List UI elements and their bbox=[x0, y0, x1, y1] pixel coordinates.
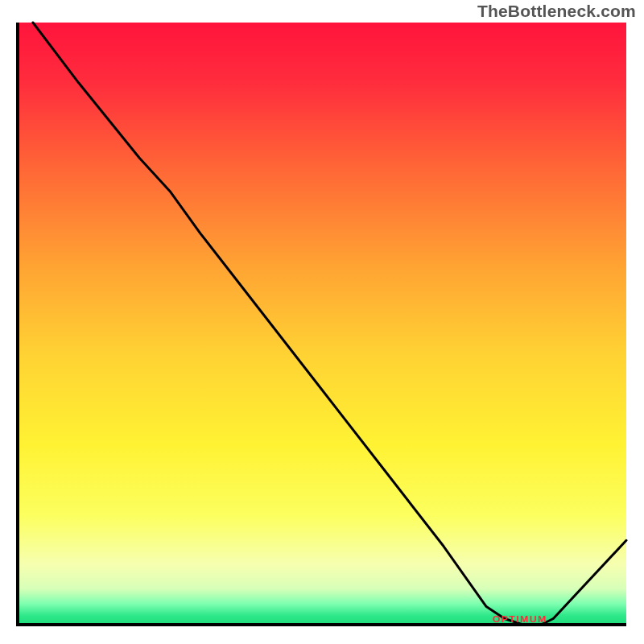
gradient-background bbox=[18, 23, 626, 625]
chart-canvas: TheBottleneck.com OPTIMUM bbox=[0, 0, 644, 644]
optimum-label: OPTIMUM bbox=[493, 614, 547, 624]
bottleneck-chart: OPTIMUM bbox=[0, 0, 644, 644]
